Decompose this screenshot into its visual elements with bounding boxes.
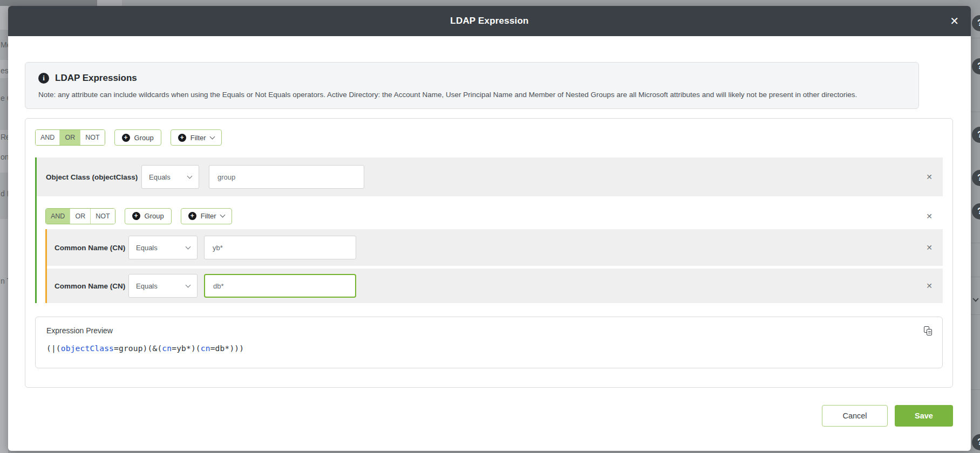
- outer-operator-toggle: AND OR NOT: [35, 129, 105, 146]
- value-input[interactable]: [204, 236, 356, 259]
- chevron-down-icon: [186, 244, 191, 249]
- attribute-label: Common Name (CN): [55, 282, 128, 290]
- ldap-expression-modal: LDAP Expression ✕ i LDAP Expressions Not…: [8, 6, 971, 451]
- remove-filter-button[interactable]: ✕: [924, 280, 935, 291]
- background-fragment: es: [1, 66, 8, 75]
- plus-icon: +: [132, 212, 140, 220]
- remove-filter-button[interactable]: ✕: [924, 242, 935, 253]
- chevron-down-icon: [187, 173, 193, 179]
- attribute-label: Common Name (CN): [55, 244, 128, 252]
- nested-toolbar-buttons: AND OR NOT + Group + Filter: [45, 208, 232, 224]
- close-icon[interactable]: ✕: [950, 16, 959, 26]
- remove-group-button[interactable]: ✕: [924, 211, 935, 222]
- nested-group-children: Common Name (CN) Equals ✕ Common Name (C…: [45, 229, 943, 303]
- background-bottom-strip: [0, 451, 980, 453]
- expression-preview-label: Expression Preview: [46, 326, 931, 335]
- divider: [971, 112, 980, 112]
- add-group-label: Group: [134, 134, 154, 142]
- chevron-down-icon: [186, 282, 191, 287]
- value-input[interactable]: [209, 165, 364, 189]
- info-box: i LDAP Expressions Note: any attribute c…: [25, 62, 919, 109]
- inner-operator-toggle: AND OR NOT: [45, 208, 115, 224]
- plus-icon: +: [188, 212, 196, 220]
- divider: [971, 314, 980, 315]
- info-box-note: Note: any attribute can include wildcard…: [38, 91, 906, 99]
- remove-filter-button[interactable]: ✕: [924, 171, 935, 182]
- add-group-button[interactable]: + Group: [125, 208, 172, 224]
- modal-title: LDAP Expression: [450, 16, 528, 26]
- chevron-down-icon: [220, 212, 225, 218]
- add-group-label: Group: [145, 212, 164, 220]
- add-filter-label: Filter: [201, 212, 216, 220]
- modal-header: LDAP Expression ✕: [8, 6, 971, 36]
- operator-select[interactable]: Equals: [128, 274, 198, 298]
- expression-plain: (|(: [46, 344, 61, 353]
- value-input-focused[interactable]: [204, 274, 356, 298]
- filter-row-objectclass: Object Class (objectClass) Equals ✕: [37, 157, 943, 196]
- modal-footer: Cancel Save: [8, 405, 953, 427]
- attribute-label: Object Class (objectClass): [46, 173, 141, 181]
- info-icon: i: [38, 73, 49, 84]
- outer-group-toolbar: AND OR NOT + Group + Filter: [35, 129, 943, 146]
- expression-preview: Expression Preview (|(objectClass=group)…: [35, 317, 943, 368]
- operator-select-value: Equals: [136, 282, 158, 290]
- operator-select[interactable]: Equals: [128, 236, 198, 259]
- operator-not-button[interactable]: NOT: [80, 130, 104, 145]
- expression-attribute: cn: [201, 344, 210, 353]
- nested-group: AND OR NOT + Group + Filter: [37, 203, 943, 303]
- plus-icon: +: [122, 134, 130, 142]
- divider: [971, 389, 980, 390]
- expression-attribute: objectClass: [61, 344, 114, 353]
- background-fragment: e C: [1, 94, 8, 102]
- copy-icon-front: [927, 329, 932, 335]
- operator-select-value: Equals: [136, 244, 158, 252]
- background-tab-edge: [97, 0, 122, 6]
- operator-and-button[interactable]: AND: [46, 209, 70, 224]
- nested-group-toolbar: AND OR NOT + Group + Filter: [45, 203, 943, 229]
- add-filter-label: Filter: [190, 134, 206, 142]
- add-filter-button[interactable]: + Filter: [171, 129, 222, 146]
- operator-select-value: Equals: [149, 173, 171, 181]
- expression-plain: =group)(&(: [114, 344, 162, 353]
- info-box-title: LDAP Expressions: [55, 73, 137, 84]
- operator-or-button[interactable]: OR: [60, 130, 80, 145]
- divider: [971, 243, 980, 243]
- expression-builder: AND OR NOT + Group + Filter Object Class…: [25, 118, 953, 388]
- background-top-strip: [0, 0, 980, 6]
- plus-icon: +: [178, 134, 186, 142]
- chevron-down-icon: [209, 134, 215, 139]
- save-button[interactable]: Save: [895, 405, 953, 427]
- operator-or-button[interactable]: OR: [70, 209, 91, 224]
- expression-plain: =yb*)(: [172, 344, 201, 353]
- divider: [971, 38, 980, 38]
- outer-group-children: Object Class (objectClass) Equals ✕ AND …: [35, 157, 943, 303]
- expression-text: (|(objectClass=group)(&(cn=yb*)(cn=db*))…: [46, 344, 931, 353]
- divider: [971, 277, 980, 277]
- cancel-button[interactable]: Cancel: [822, 405, 888, 427]
- add-group-button[interactable]: + Group: [114, 129, 161, 146]
- info-box-header: i LDAP Expressions: [38, 73, 906, 84]
- background-fragment: Me: [1, 40, 8, 49]
- copy-icon[interactable]: [924, 326, 932, 335]
- background-fragment: Re: [1, 133, 8, 141]
- expression-attribute: cn: [162, 344, 172, 353]
- operator-and-button[interactable]: AND: [36, 130, 60, 145]
- operator-select[interactable]: Equals: [141, 165, 199, 189]
- background-left-strip: Me es e C Re on d M n T: [0, 6, 8, 453]
- operator-not-button[interactable]: NOT: [91, 209, 114, 224]
- filter-row-cn-2: Common Name (CN) Equals ✕: [47, 269, 943, 303]
- background-fragment: n T: [1, 277, 8, 285]
- filter-row-cn-1: Common Name (CN) Equals ✕: [47, 229, 943, 266]
- background-fragment: on: [1, 153, 8, 161]
- background-dark-tab: [0, 0, 97, 6]
- expression-plain: =db*))): [210, 344, 244, 353]
- background-band: [0, 78, 8, 130]
- add-filter-button[interactable]: + Filter: [181, 208, 232, 224]
- background-fragment: d M: [1, 189, 8, 198]
